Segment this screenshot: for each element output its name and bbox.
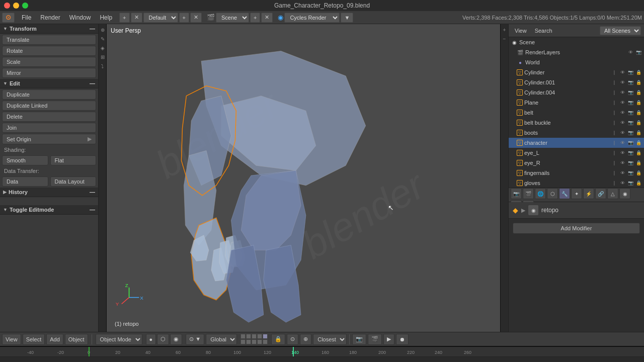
prop-object-button[interactable]: ⬡: [547, 188, 558, 199]
tree-item-cylinder[interactable]: ▽ Cylinder | 👁 📷 🔒: [509, 67, 644, 77]
vp-pivot-button[interactable]: ⊙ ▼: [186, 334, 204, 345]
belt-restrict-icon[interactable]: |: [611, 109, 618, 116]
data-layout-button[interactable]: Data Layout: [50, 176, 97, 187]
add-modifier-button[interactable]: Add Modifier: [513, 223, 640, 234]
minimize-button[interactable]: [13, 3, 19, 9]
belt-lock-icon[interactable]: 🔒: [635, 109, 642, 116]
left-icon-1[interactable]: ⊕: [99, 26, 106, 33]
belt-buckle-render-icon[interactable]: 📷: [627, 119, 634, 126]
tree-item-renderlayers[interactable]: 🎬 RenderLayers 👁 📷: [509, 47, 644, 57]
cylinder001-eye-icon[interactable]: 👁: [619, 79, 626, 86]
vp-layer-2[interactable]: [246, 334, 251, 339]
render-engine-select[interactable]: Cycles Render: [284, 13, 340, 23]
prop-material-button[interactable]: ◉: [619, 188, 630, 199]
scene-select[interactable]: Scene: [216, 13, 249, 23]
vp-wireframe-button[interactable]: ⬡: [157, 334, 169, 345]
vp-layer-10[interactable]: [263, 339, 268, 344]
menu-render[interactable]: Render: [36, 13, 64, 22]
vp-camera-button[interactable]: 🎬: [368, 334, 382, 345]
prop-physics-button[interactable]: ⚡: [583, 188, 594, 199]
eye-l-restrict-icon[interactable]: |: [611, 149, 618, 156]
eye-r-restrict-icon[interactable]: |: [611, 159, 618, 166]
scene-close-button[interactable]: ✕: [261, 13, 273, 23]
renderlayer-eye-icon[interactable]: 👁: [627, 49, 634, 56]
delete-button[interactable]: Delete: [2, 112, 96, 122]
cylinder-render-icon[interactable]: 📷: [627, 69, 634, 76]
vp-transform-select[interactable]: Global: [206, 334, 237, 345]
cylinder-lock-icon[interactable]: 🔒: [635, 69, 642, 76]
close-button[interactable]: [4, 3, 10, 9]
workspace-add-button[interactable]: +: [119, 13, 129, 23]
edit-section-header[interactable]: ▼ Edit —: [0, 79, 98, 88]
data-button[interactable]: Data: [2, 176, 48, 187]
belt-buckle-restrict-icon[interactable]: |: [611, 119, 618, 126]
timeline-content[interactable]: [0, 357, 644, 361]
cylinder004-lock-icon[interactable]: 🔒: [635, 89, 642, 96]
vp-snap-select[interactable]: Closest: [313, 334, 347, 345]
tree-item-belt-buckle[interactable]: ▽ belt buckle | 👁 📷 🔒: [509, 118, 644, 128]
tree-item-world[interactable]: ● World: [509, 57, 644, 67]
tree-item-boots[interactable]: ▽ boots | 👁 📷 🔒: [509, 128, 644, 138]
belt-render-icon[interactable]: 📷: [627, 109, 634, 116]
belt-buckle-lock-icon[interactable]: 🔒: [635, 119, 642, 126]
fingernails-eye-icon[interactable]: 👁: [619, 169, 626, 176]
character-render-icon[interactable]: 📷: [627, 139, 634, 146]
workspace-select[interactable]: Default: [143, 13, 178, 23]
vp-mode-select[interactable]: Object Mode: [96, 334, 142, 345]
cylinder004-render-icon[interactable]: 📷: [627, 89, 634, 96]
tree-item-belt[interactable]: ▽ belt | 👁 📷 🔒: [509, 108, 644, 118]
vp-proportional-button[interactable]: ⊙: [287, 334, 298, 345]
vp-game-button[interactable]: ▶: [383, 334, 394, 345]
vp-select-menu[interactable]: Select: [23, 334, 45, 345]
eye-r-eye-icon[interactable]: 👁: [619, 159, 626, 166]
plane-render-icon[interactable]: 📷: [627, 99, 634, 106]
vp-lock-button[interactable]: 🔒: [271, 334, 285, 345]
eye-l-eye-icon[interactable]: 👁: [619, 149, 626, 156]
left-icon-5[interactable]: ⤵: [99, 62, 106, 69]
history-section-header[interactable]: ▶ History —: [0, 188, 98, 197]
gloves-restrict-icon[interactable]: |: [611, 179, 618, 187]
prop-render-button[interactable]: 📷: [511, 188, 522, 199]
cylinder001-lock-icon[interactable]: 🔒: [635, 79, 642, 86]
viewport-3d[interactable]: User Persp blender blender: [107, 24, 500, 332]
vp-snap-button[interactable]: ⊕: [300, 334, 311, 345]
boots-restrict-icon[interactable]: |: [611, 129, 618, 136]
belt-buckle-eye-icon[interactable]: 👁: [619, 119, 626, 126]
tree-item-cylinder004[interactable]: ▽ Cylinder.004 | 👁 📷 🔒: [509, 87, 644, 98]
duplicate-linked-button[interactable]: Duplicate Linked: [2, 101, 96, 111]
vp-view-menu[interactable]: View: [2, 334, 21, 345]
vp-solid-shading-button[interactable]: ●: [146, 334, 156, 345]
left-icon-4[interactable]: ⊞: [99, 53, 106, 60]
cylinder001-render-icon[interactable]: 📷: [627, 79, 634, 86]
character-restrict-icon[interactable]: |: [611, 139, 618, 146]
vp-layer-8[interactable]: [252, 339, 257, 344]
left-icon-2[interactable]: ✎: [99, 35, 106, 42]
vp-add-menu[interactable]: Add: [46, 334, 63, 345]
menu-file[interactable]: File: [18, 13, 35, 22]
boots-eye-icon[interactable]: 👁: [619, 129, 626, 136]
vp-layer-7[interactable]: [246, 339, 251, 344]
mirror-button[interactable]: Mirror: [2, 68, 96, 78]
tree-item-eye-r[interactable]: ▽ eye_R | 👁 📷 🔒: [509, 158, 644, 168]
tree-item-character[interactable]: ▽ character | 👁 📷 🔒: [509, 138, 644, 148]
workspace-add2-button[interactable]: +: [179, 13, 189, 23]
prop-constraints-button[interactable]: 🔗: [595, 188, 606, 199]
tree-item-cylinder001[interactable]: ▽ Cylinder.001 | 👁 📷 🔒: [509, 77, 644, 87]
blender-icon-button[interactable]: ⊙: [2, 13, 15, 23]
prop-particles-button[interactable]: ✦: [571, 188, 582, 199]
vp-rendered-button[interactable]: ◉: [170, 334, 182, 345]
eye-r-render-icon[interactable]: 📷: [627, 159, 634, 166]
prop-data-button[interactable]: △: [607, 188, 618, 199]
cylinder004-restrict-icon[interactable]: |: [611, 89, 618, 96]
boots-render-icon[interactable]: 📷: [627, 129, 634, 136]
renderlayer-cam-icon[interactable]: 📷: [635, 49, 642, 56]
outliner-tab-view[interactable]: View: [512, 27, 530, 35]
outliner-scenes-select[interactable]: All Scenes: [600, 26, 641, 35]
character-lock-icon[interactable]: 🔒: [635, 139, 642, 146]
plane-restrict-icon[interactable]: |: [611, 99, 618, 106]
outliner-tab-search[interactable]: Search: [532, 27, 555, 35]
gloves-eye-icon[interactable]: 👁: [619, 179, 626, 187]
scale-button[interactable]: Scale: [2, 57, 96, 67]
vp-render-button[interactable]: 📷: [352, 334, 366, 345]
right-icon-2[interactable]: −: [501, 35, 508, 42]
